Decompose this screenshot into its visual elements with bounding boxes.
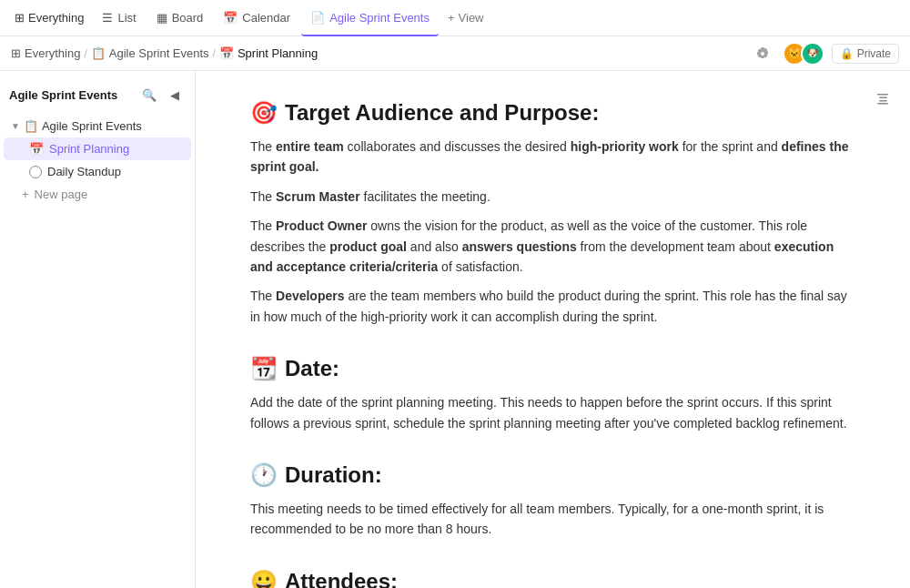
breadcrumb-sep-2: / <box>213 47 216 60</box>
tab-agile[interactable]: 📄 Agile Sprint Events <box>301 1 439 36</box>
tab-board-label: Board <box>172 11 204 25</box>
breadcrumb-sep-1: / <box>84 47 86 60</box>
breadcrumb-everything[interactable]: ⊞ Everything <box>11 46 80 60</box>
breadcrumb-agile[interactable]: 📋 Agile Sprint Events <box>91 46 209 60</box>
tab-calendar-label: Calendar <box>242 11 290 25</box>
breadcrumb-current: 📅 Sprint Planning <box>219 46 318 60</box>
target-para-4: The Developers are the team members who … <box>250 286 855 327</box>
sidebar-collapse-btn[interactable]: ◀ <box>164 84 186 106</box>
breadcrumb-current-icon: 📅 <box>219 46 234 60</box>
gear-icon <box>755 46 770 61</box>
date-para-1: Add the date of the sprint planning meet… <box>250 392 855 433</box>
tab-list-label: List <box>117 11 136 25</box>
list-icon: ☰ <box>102 11 113 25</box>
sidebar-header: Agile Sprint Events 🔍 ◀ <box>0 78 195 111</box>
tab-calendar[interactable]: 📅 Calendar <box>214 1 299 36</box>
svg-rect-1 <box>879 97 887 99</box>
sidebar-search-btn[interactable]: 🔍 <box>138 84 160 106</box>
svg-rect-0 <box>877 94 888 96</box>
sidebar-standup-icon <box>29 166 42 178</box>
date-emoji: 📆 <box>250 356 278 381</box>
breadcrumb-right: 🐱 🐶 🔒 Private <box>750 41 899 66</box>
attendees-heading-text: Attendees: <box>285 569 398 588</box>
sidebar-item-daily-standup[interactable]: Daily Standup <box>4 160 191 183</box>
outline-btn[interactable] <box>870 86 895 111</box>
lock-icon: 🔒 <box>840 47 854 60</box>
add-view-label: View <box>459 11 484 25</box>
duration-emoji: 🕐 <box>250 462 278 488</box>
everything-nav-label: Everything <box>28 11 84 25</box>
sidebar-new-page-icon: + <box>22 188 29 201</box>
duration-heading: 🕐 Duration: <box>250 462 855 488</box>
attendees-emoji: 😀 <box>250 569 278 588</box>
sidebar-actions: 🔍 ◀ <box>138 84 186 106</box>
target-emoji: 🎯 <box>250 100 278 126</box>
sidebar: Agile Sprint Events 🔍 ◀ ▼ 📋 Agile Sprint… <box>0 71 196 588</box>
target-para-3: The Product Owner owns the vision for th… <box>250 216 855 277</box>
duration-heading-text: Duration: <box>285 462 382 488</box>
date-heading: 📆 Date: <box>250 356 855 381</box>
sidebar-new-page-label: New page <box>35 188 88 201</box>
chevron-down-icon: ▼ <box>11 121 20 131</box>
main-layout: Agile Sprint Events 🔍 ◀ ▼ 📋 Agile Sprint… <box>0 71 910 588</box>
avatar-2: 🐶 <box>801 42 824 66</box>
breadcrumb-agile-label: Agile Sprint Events <box>109 46 209 60</box>
date-heading-text: Date: <box>285 356 339 381</box>
sidebar-parent-icon: 📋 <box>24 119 38 133</box>
tab-list[interactable]: ☰ List <box>93 1 145 36</box>
settings-btn[interactable] <box>750 41 775 66</box>
calendar-icon: 📅 <box>223 11 238 25</box>
plus-icon: + <box>448 11 455 25</box>
sidebar-standup-label: Daily Standup <box>47 165 121 178</box>
breadcrumb-everything-label: Everything <box>25 46 80 60</box>
private-btn[interactable]: 🔒 Private <box>832 44 899 64</box>
breadcrumb-agile-icon: 📋 <box>91 46 106 60</box>
sidebar-sprint-icon: 📅 <box>29 142 44 156</box>
duration-para-1: This meeting needs to be timed effective… <box>250 499 855 540</box>
sidebar-parent-label: Agile Sprint Events <box>42 119 142 133</box>
svg-rect-3 <box>877 103 888 105</box>
sidebar-item-sprint-planning[interactable]: 📅 Sprint Planning <box>4 137 191 160</box>
top-nav: ⊞ Everything ☰ List ▦ Board 📅 Calendar 📄… <box>0 0 910 36</box>
tab-agile-label: Agile Sprint Events <box>329 11 430 25</box>
target-para-2: The Scrum Master facilitates the meeting… <box>250 187 855 207</box>
sidebar-sprint-label: Sprint Planning <box>49 142 129 156</box>
breadcrumb-current-label: Sprint Planning <box>238 46 318 60</box>
sidebar-section: ▼ 📋 Agile Sprint Events 📅 Sprint Plannin… <box>0 115 195 206</box>
attendees-heading: 😀 Attendees: <box>250 569 855 588</box>
page-icon: 📄 <box>310 11 325 25</box>
section-duration: 🕐 Duration: This meeting needs to be tim… <box>250 462 855 540</box>
section-date: 📆 Date: Add the date of the sprint plann… <box>250 356 855 433</box>
content-area: 🎯 Target Audience and Purpose: The entir… <box>196 71 910 588</box>
tab-board[interactable]: ▦ Board <box>147 1 213 36</box>
avatar-group: 🐱 🐶 <box>783 42 824 66</box>
breadcrumb-grid-icon: ⊞ <box>11 46 21 60</box>
svg-rect-2 <box>879 100 887 102</box>
target-heading-text: Target Audience and Purpose: <box>285 100 599 126</box>
breadcrumb-bar: ⊞ Everything / 📋 Agile Sprint Events / 📅… <box>0 36 910 71</box>
everything-nav-btn[interactable]: ⊞ Everything <box>7 7 91 28</box>
target-para-1: The entire team collaborates and discuss… <box>250 137 855 177</box>
grid-icon: ⊞ <box>15 11 25 25</box>
sidebar-new-page-btn[interactable]: + New page <box>4 183 191 206</box>
section-attendees: 😀 Attendees: Add all meeting attendees h… <box>250 569 855 588</box>
add-view-btn[interactable]: + View <box>440 7 491 28</box>
target-audience-heading: 🎯 Target Audience and Purpose: <box>250 100 855 126</box>
outline-icon <box>875 91 890 106</box>
sidebar-item-agile-parent[interactable]: ▼ 📋 Agile Sprint Events <box>4 115 191 137</box>
board-icon: ▦ <box>157 11 167 25</box>
private-label: Private <box>857 47 891 60</box>
sidebar-title: Agile Sprint Events <box>9 88 117 102</box>
section-target-audience: 🎯 Target Audience and Purpose: The entir… <box>250 100 855 327</box>
